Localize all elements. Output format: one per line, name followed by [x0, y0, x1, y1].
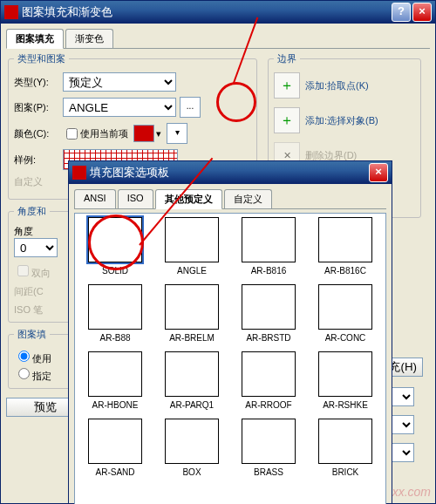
add-pick-button[interactable]: ＋: [274, 72, 300, 99]
spacing-label: 间距(C: [14, 285, 66, 298]
color-more-button[interactable]: ▾: [167, 123, 187, 144]
pattern-item-arparq1[interactable]: AR-PARQ1: [155, 351, 228, 410]
pattern-item-arb816[interactable]: AR-B816: [232, 217, 305, 276]
legend-origin: 图案填: [14, 328, 50, 341]
double-label: 双向: [31, 268, 51, 278]
pattern-item-brass[interactable]: BRASS: [232, 419, 305, 477]
pattern-item-brick[interactable]: BRICK: [309, 419, 382, 477]
main-title: 图案填充和渐变色: [22, 4, 392, 20]
pattern-item-arbrelm[interactable]: AR-BRELM: [155, 284, 228, 343]
main-help-icon[interactable]: ?: [392, 3, 411, 22]
pattern-item-arbrstd[interactable]: AR-BRSTD: [232, 284, 305, 343]
type-select[interactable]: 预定义: [63, 72, 176, 92]
pattern-browse-button[interactable]: ...: [180, 97, 201, 118]
main-close-icon[interactable]: ×: [412, 3, 432, 22]
main-titlebar: 图案填充和渐变色 ? ×: [1, 1, 435, 24]
tab-hatch[interactable]: 图案填充: [6, 29, 64, 49]
legend-angle: 角度和: [14, 205, 50, 218]
type-label: 类型(Y):: [14, 76, 63, 89]
x-icon: ✕: [283, 150, 291, 161]
pattern-item-arrshke[interactable]: AR-RSHKE: [309, 351, 382, 410]
color-swatch[interactable]: [133, 125, 154, 142]
palette-dialog: 填充图案选项板 × ANSI ISO 其他预定义 自定义 SOLID ANGLE…: [68, 160, 392, 504]
tab-ansi[interactable]: ANSI: [74, 189, 116, 208]
double-checkbox[interactable]: [17, 265, 29, 276]
palette-close-icon[interactable]: ×: [369, 163, 388, 182]
tab-gradient[interactable]: 渐变色: [65, 29, 113, 48]
plus-icon: ＋: [280, 112, 294, 130]
pattern-item-solid[interactable]: SOLID: [78, 217, 152, 276]
pattern-palette: SOLID ANGLE AR-B816 AR-B816C AR-B88 AR-B…: [74, 213, 386, 504]
tab-custom[interactable]: 自定义: [224, 189, 272, 208]
plus-icon: ＋: [280, 77, 294, 95]
main-tabs: 图案填充 渐变色: [6, 29, 430, 49]
pattern-item-arrroof[interactable]: AR-RROOF: [232, 351, 305, 410]
sample-label: 样例:: [14, 153, 63, 167]
use-current-checkbox[interactable]: [66, 128, 78, 140]
color-label: 颜色(C):: [14, 127, 63, 140]
pattern-item-arb816c[interactable]: AR-B816C: [309, 217, 382, 276]
palette-titlebar: 填充图案选项板 ×: [69, 161, 392, 184]
pattern-item-arhbone[interactable]: AR-HBONE: [78, 351, 152, 410]
angle-label: 角度: [14, 225, 66, 238]
legend-type: 类型和图案: [14, 52, 69, 65]
use-current-label: 使用当前项: [80, 127, 128, 140]
use-current-origin-radio[interactable]: [18, 351, 30, 362]
tab-other[interactable]: 其他预定义: [155, 189, 222, 209]
palette-tabs: ANSI ISO 其他预定义 自定义: [74, 189, 386, 209]
add-select-button[interactable]: ＋: [274, 107, 300, 133]
pattern-item-box[interactable]: BOX: [155, 419, 228, 477]
app-icon: [4, 5, 18, 19]
add-pick-label: 添加:拾取点(K): [305, 79, 369, 92]
pattern-item-arconc[interactable]: AR-CONC: [309, 284, 382, 343]
pattern-item-arb88[interactable]: AR-B88: [78, 284, 152, 343]
pattern-label: 图案(P):: [14, 101, 63, 114]
use-origin-label: 使用: [32, 353, 51, 364]
add-select-label: 添加:选择对象(B): [305, 114, 378, 127]
group-origin: 图案填 使用 指定: [8, 328, 72, 389]
pattern-item-angle[interactable]: ANGLE: [155, 217, 228, 276]
tab-iso[interactable]: ISO: [118, 189, 153, 208]
spec-origin-label: 指定: [32, 371, 51, 381]
palette-title: 填充图案选项板: [90, 165, 369, 180]
iso-pen-label: ISO 笔: [14, 303, 66, 317]
angle-select[interactable]: 0: [14, 238, 58, 257]
custom-label: 自定义: [14, 175, 63, 188]
pattern-item-arsand[interactable]: AR-SAND: [78, 419, 152, 477]
legend-boundary: 边界: [274, 52, 300, 65]
app-icon: [72, 166, 86, 180]
pattern-select[interactable]: ANGLE: [63, 98, 176, 117]
specify-origin-radio[interactable]: [18, 368, 30, 379]
group-angle: 角度和 角度 0 双向 间距(C ISO 笔: [8, 205, 72, 323]
